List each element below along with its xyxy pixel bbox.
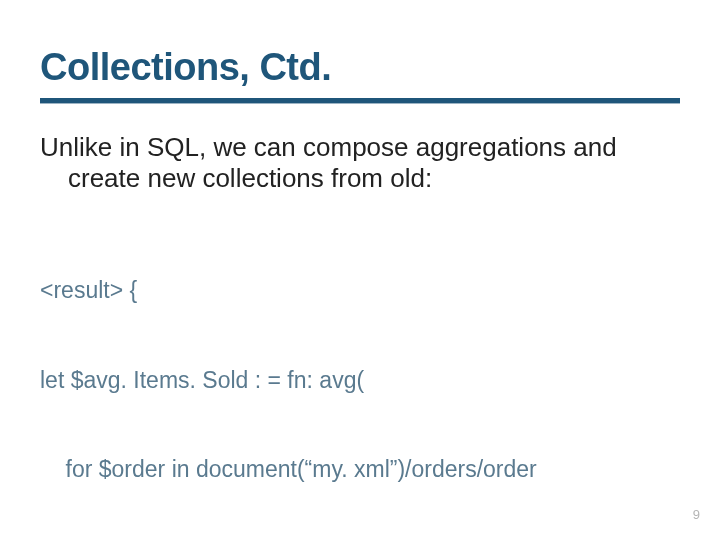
code-line-3: for $order in document(“my. xml”)/orders… [40, 455, 680, 485]
code-block: <result> { let $avg. Items. Sold : = fn:… [40, 216, 680, 540]
intro-line-1: Unlike in SQL, we can compose aggregatio… [40, 132, 680, 163]
page-number: 9 [693, 507, 700, 522]
title-underline [40, 98, 680, 104]
intro-line-2: create new collections from old: [40, 163, 680, 194]
slide-title: Collections, Ctd. [40, 48, 680, 88]
code-line-2: let $avg. Items. Sold : = fn: avg( [40, 366, 680, 396]
intro-paragraph: Unlike in SQL, we can compose aggregatio… [40, 132, 680, 194]
slide: Collections, Ctd. Unlike in SQL, we can … [0, 0, 720, 540]
code-line-1: <result> { [40, 276, 680, 306]
